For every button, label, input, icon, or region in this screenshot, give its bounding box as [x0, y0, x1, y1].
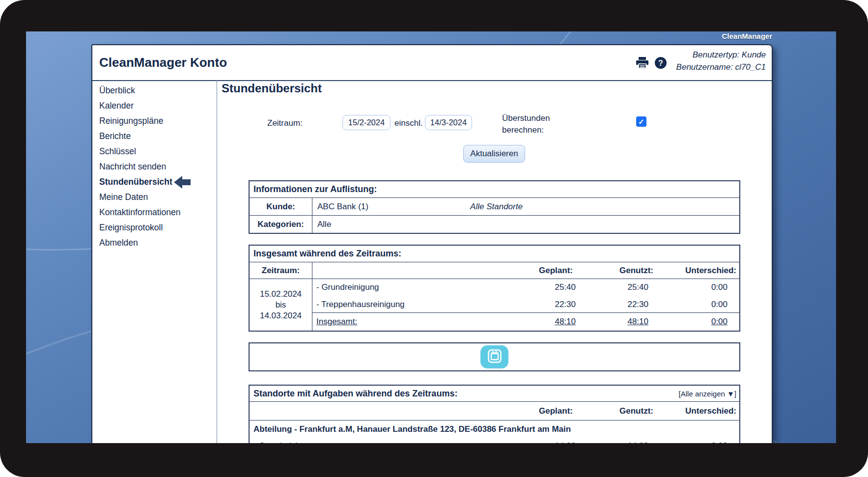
- sidebar-item-abmelden[interactable]: Abmelden: [99, 235, 217, 251]
- unterschied-value: 0:00: [664, 279, 739, 296]
- svg-text:?: ?: [658, 59, 663, 67]
- help-icon[interactable]: ?: [654, 56, 667, 69]
- unterschied-total: 0:00: [664, 313, 739, 331]
- unterschied-column-header: Unterschied:: [661, 262, 739, 279]
- period-column-header: Zeitraum:: [250, 262, 312, 279]
- sidebar-item-reinigungsplaene[interactable]: Reinigungspläne: [99, 113, 217, 129]
- genutzt-value: 22:30: [591, 296, 664, 313]
- active-item-arrow-icon: [174, 176, 191, 189]
- totals-body: 15.02.2024 bis 14.03.2024 - Grundreinigu…: [250, 279, 739, 331]
- row-label: Kunde:: [250, 198, 312, 215]
- totals-table-title: Insgesamt während des Zeitraums:: [250, 246, 739, 262]
- geplant-value: 22:30: [513, 296, 591, 313]
- row-value: ABC Bank (1) Alle Standorte: [312, 198, 739, 215]
- geplant-column-header: Geplant:: [494, 402, 581, 420]
- main-content: Stundenübersicht Zeitraum: einschl. Über…: [217, 80, 772, 443]
- export-bar: [249, 342, 740, 371]
- app-header: CleanManager Konto ?: [92, 45, 772, 81]
- task-name: › Grundreinigung: [250, 438, 513, 443]
- table-row: › Grundreinigung 14:00 14:00 0:00: [250, 438, 739, 443]
- geplant-value: 14:00: [513, 438, 591, 443]
- update-button[interactable]: Aktualisieren: [463, 145, 525, 163]
- table-row: Kategorien: Alle: [250, 216, 739, 233]
- info-table: Informationen zur Auflistung: Kunde: ABC…: [249, 180, 740, 234]
- unterschied-value: 0:00: [664, 296, 739, 313]
- overtime-label: Überstunden berechnen:: [502, 112, 550, 136]
- geplant-total: 48:10: [513, 313, 591, 331]
- date-to-input[interactable]: [425, 115, 472, 130]
- sidebar-item-stundenuebersicht[interactable]: Stundenübersicht: [99, 174, 217, 190]
- totals-table: Insgesamt während des Zeitraums: Zeitrau…: [249, 245, 740, 332]
- geplant-value: 25:40: [513, 279, 591, 296]
- table-row: Kunde: ABC Bank (1) Alle Standorte: [250, 198, 739, 216]
- total-label: Insgesamt:: [312, 313, 513, 331]
- sidebar-item-schluessel[interactable]: Schlüssel: [99, 144, 217, 159]
- sidebar-item-nachricht-senden[interactable]: Nachricht senden: [99, 159, 217, 174]
- total-row: Insgesamt: 48:10 48:10 0:00: [312, 312, 739, 331]
- checkmark-icon: ✓: [638, 118, 644, 125]
- table-row: - Grundreinigung 25:40 25:40 0:00: [312, 279, 739, 296]
- sidebar-item-meine-daten[interactable]: Meine Daten: [99, 190, 217, 205]
- column-header-row: Zeitraum: Geplant: Genutzt: Unterschied:: [250, 262, 739, 279]
- task-name: - Grundreinigung: [312, 279, 513, 296]
- user-type: Benutzertyp: Kunde: [676, 49, 766, 61]
- browser-viewport: CleanManager CleanManager Konto: [26, 31, 836, 443]
- geplant-column-header: Geplant:: [494, 262, 581, 279]
- einschl-label: einschl.: [394, 118, 423, 128]
- location-section-header: Abteilung - Frankfurt a.M, Hanauer Lands…: [250, 421, 739, 438]
- user-name: Benutzername: cl70_C1: [676, 61, 766, 73]
- calendar-export-button[interactable]: [480, 345, 508, 368]
- task-name: - Treppenhausreinigung: [312, 296, 513, 313]
- app-title: CleanManager Konto: [99, 55, 227, 70]
- locations-table: Standorte mit Aufgaben während des Zeitr…: [249, 385, 740, 443]
- column-header-row: Geplant: Genutzt: Unterschied:: [250, 402, 739, 421]
- row-extra: Alle Standorte: [312, 202, 680, 212]
- user-info: Benutzertyp: Kunde Benutzername: cl70_C1: [676, 49, 766, 73]
- genutzt-total: 48:10: [591, 313, 664, 331]
- app-window: CleanManager Konto ?: [91, 44, 773, 443]
- period-cell: 15.02.2024 bis 14.03.2024: [250, 279, 312, 331]
- sidebar-item-ereignisprotokoll[interactable]: Ereignisprotokoll: [99, 220, 217, 235]
- sidebar-item-kontaktinformationen[interactable]: Kontaktinformationen: [99, 205, 217, 220]
- calendar-icon: [486, 347, 504, 367]
- info-table-title: Informationen zur Auflistung:: [250, 181, 739, 198]
- locations-table-title: Standorte mit Aufgaben während des Zeitr…: [250, 386, 739, 402]
- sidebar-item-berichte[interactable]: Berichte: [99, 129, 217, 144]
- brand-watermark: CleanManager: [722, 32, 772, 40]
- table-row: - Treppenhausreinigung 22:30 22:30 0:00: [312, 296, 739, 313]
- row-label: Kategorien:: [250, 216, 312, 233]
- zeitraum-label: Zeitraum:: [267, 118, 303, 128]
- print-icon[interactable]: [636, 56, 649, 69]
- overtime-checkbox[interactable]: ✓: [636, 116, 646, 127]
- page-title: Stundenübersicht: [222, 82, 322, 95]
- unterschied-value: 0:00: [664, 438, 739, 443]
- genutzt-column-header: Genutzt:: [581, 262, 661, 279]
- sidebar-item-kalender[interactable]: Kalender: [99, 98, 217, 113]
- sidebar-nav: Überblick Kalender Reinigungspläne Beric…: [92, 81, 217, 443]
- date-from-input[interactable]: [342, 115, 391, 130]
- sidebar-item-ueberblick[interactable]: Überblick: [99, 83, 217, 98]
- genutzt-value: 14:00: [591, 438, 664, 443]
- genutzt-value: 25:40: [591, 279, 664, 296]
- genutzt-column-header: Genutzt:: [581, 402, 661, 420]
- row-value: Alle: [312, 216, 739, 233]
- show-all-toggle[interactable]: [Alle anzeigen ▼]: [679, 390, 739, 398]
- unterschied-column-header: Unterschied:: [661, 402, 739, 420]
